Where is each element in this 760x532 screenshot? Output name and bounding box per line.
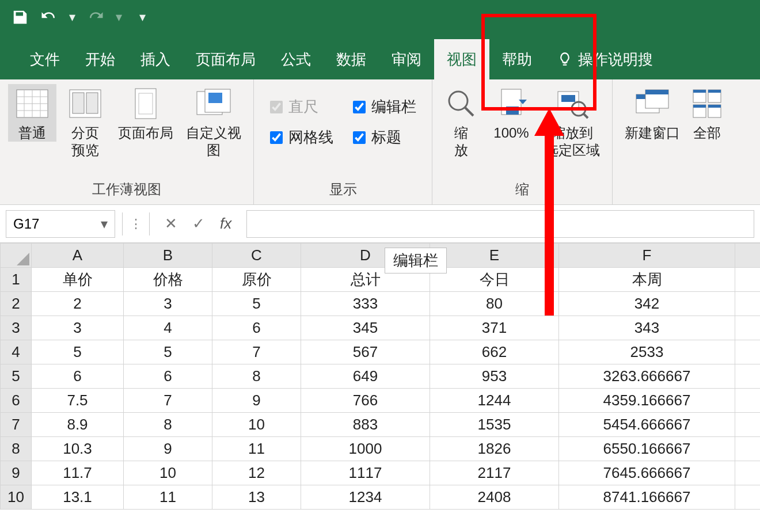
undo-dropdown-icon[interactable]: ▾ — [69, 10, 75, 25]
cell[interactable]: 本周 — [559, 268, 735, 292]
save-icon[interactable] — [12, 9, 29, 26]
cell[interactable]: 6 — [212, 316, 301, 340]
chk-gridlines[interactable]: 网格线 — [270, 127, 333, 147]
qat-customize-icon[interactable]: ▾ — [139, 10, 146, 25]
cell[interactable]: 766 — [301, 389, 430, 413]
name-box[interactable]: G17 ▾ — [6, 210, 115, 238]
tab-help[interactable]: 帮助 — [489, 39, 545, 79]
view-pagelayout-button[interactable]: 页面布局 — [114, 84, 177, 142]
undo-icon[interactable] — [39, 9, 59, 26]
tab-file[interactable]: 文件 — [17, 39, 73, 79]
cell[interactable]: 13 — [212, 485, 301, 510]
cell[interactable]: 5 — [32, 340, 124, 364]
row-header[interactable]: 6 — [1, 389, 32, 413]
tab-formula[interactable]: 公式 — [268, 39, 324, 79]
cell[interactable]: 10.3 — [32, 437, 124, 461]
cancel-icon[interactable]: ✕ — [165, 215, 177, 233]
cell[interactable]: 883 — [301, 413, 430, 437]
cell[interactable]: 5454.666667 — [559, 413, 735, 437]
cell[interactable]: 8.9 — [32, 413, 124, 437]
tab-data[interactable]: 数据 — [324, 39, 379, 79]
cell[interactable]: 3263.666667 — [559, 364, 735, 389]
cell[interactable] — [735, 268, 761, 292]
cell[interactable]: 567 — [301, 340, 430, 364]
cell[interactable]: 6550.166667 — [559, 437, 735, 461]
cell[interactable]: 333 — [301, 292, 430, 316]
cell[interactable]: 6 — [32, 364, 124, 389]
cell[interactable]: 1535 — [430, 413, 559, 437]
cell[interactable]: 10 — [212, 413, 301, 437]
view-custom-button[interactable]: 自定义视图 — [182, 84, 245, 159]
arrange-all-button[interactable]: 全部 — [689, 84, 725, 142]
view-pagebreak-button[interactable]: 分页 预览 — [61, 84, 109, 159]
row-header[interactable]: 2 — [1, 292, 32, 316]
zoom-selection-button[interactable]: 缩放到 选定区域 — [541, 84, 604, 159]
cell[interactable] — [735, 316, 761, 340]
row-header[interactable]: 8 — [1, 437, 32, 461]
col-header[interactable]: E — [430, 244, 559, 268]
tab-view[interactable]: 视图 — [434, 39, 489, 79]
cell[interactable] — [735, 461, 761, 485]
cell[interactable]: 7645.666667 — [559, 461, 735, 485]
chk-formulabar-box[interactable] — [353, 101, 366, 113]
row-header[interactable]: 9 — [1, 461, 32, 485]
cell[interactable]: 1244 — [430, 389, 559, 413]
cell[interactable]: 1117 — [301, 461, 430, 485]
row-header[interactable]: 7 — [1, 413, 32, 437]
redo-icon[interactable] — [86, 9, 105, 26]
cell[interactable]: 371 — [430, 316, 559, 340]
cell[interactable]: 今日 — [430, 268, 559, 292]
col-header[interactable] — [735, 244, 761, 268]
cell[interactable] — [735, 437, 761, 461]
tab-home[interactable]: 开始 — [73, 39, 128, 79]
fx-icon[interactable]: fx — [220, 215, 231, 233]
cell[interactable] — [735, 485, 761, 510]
more-icon[interactable]: ⋮ — [130, 216, 142, 231]
cell[interactable] — [735, 292, 761, 316]
tab-layout[interactable]: 页面布局 — [183, 39, 268, 79]
cell[interactable]: 12 — [212, 461, 301, 485]
enter-icon[interactable]: ✓ — [192, 215, 205, 233]
cell[interactable]: 343 — [559, 316, 735, 340]
cell[interactable]: 价格 — [124, 268, 212, 292]
col-header[interactable]: C — [212, 244, 301, 268]
cell[interactable]: 单价 — [32, 268, 124, 292]
cell[interactable] — [735, 413, 761, 437]
cell[interactable]: 11 — [212, 437, 301, 461]
redo-dropdown-icon[interactable]: ▾ — [116, 10, 122, 25]
chk-formulabar[interactable]: 编辑栏 — [353, 97, 416, 117]
cell[interactable]: 11.7 — [32, 461, 124, 485]
name-box-dropdown-icon[interactable]: ▾ — [101, 216, 108, 232]
cell[interactable]: 953 — [430, 364, 559, 389]
cell[interactable]: 8741.166667 — [559, 485, 735, 510]
cell[interactable]: 10 — [124, 461, 212, 485]
cell[interactable]: 8 — [212, 364, 301, 389]
col-header[interactable]: A — [32, 244, 124, 268]
view-normal-button[interactable]: 普通 — [8, 84, 56, 142]
zoom-100-button[interactable]: 100% — [487, 84, 536, 142]
cell[interactable]: 5 — [212, 292, 301, 316]
cell[interactable] — [735, 389, 761, 413]
col-header[interactable]: F — [559, 244, 735, 268]
cell[interactable]: 4 — [124, 316, 212, 340]
col-header[interactable]: B — [124, 244, 212, 268]
zoom-button[interactable]: 缩 放 — [440, 84, 482, 159]
select-all-corner[interactable] — [1, 244, 32, 268]
cell[interactable] — [735, 364, 761, 389]
cell[interactable]: 345 — [301, 316, 430, 340]
row-header[interactable]: 3 — [1, 316, 32, 340]
cell[interactable]: 2117 — [430, 461, 559, 485]
tab-insert[interactable]: 插入 — [128, 39, 183, 79]
row-header[interactable]: 4 — [1, 340, 32, 364]
chk-gridlines-box[interactable] — [270, 131, 283, 144]
chk-headings-box[interactable] — [353, 131, 366, 144]
cell[interactable]: 662 — [430, 340, 559, 364]
cell[interactable]: 原价 — [212, 268, 301, 292]
cell[interactable]: 1234 — [301, 485, 430, 510]
cell[interactable]: 342 — [559, 292, 735, 316]
tell-me[interactable]: 操作说明搜 — [545, 39, 666, 79]
cell[interactable]: 7.5 — [32, 389, 124, 413]
cell[interactable]: 6 — [124, 364, 212, 389]
cell[interactable]: 13.1 — [32, 485, 124, 510]
row-header[interactable]: 1 — [1, 268, 32, 292]
